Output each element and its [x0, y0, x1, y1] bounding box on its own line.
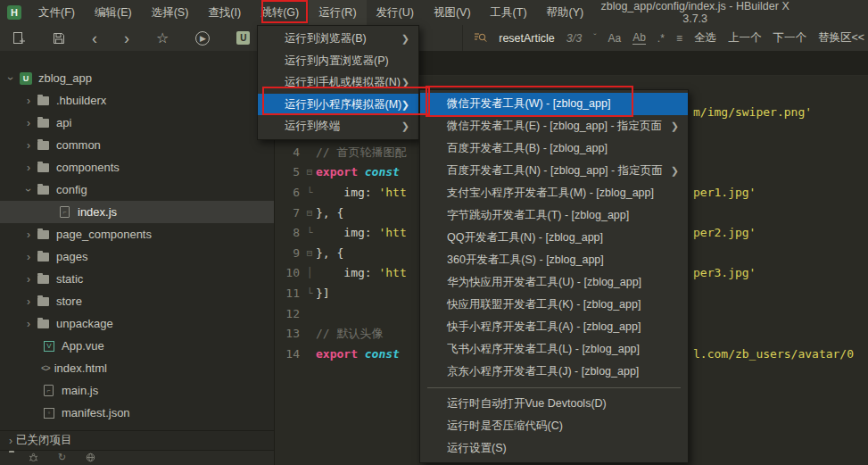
menu-publish[interactable]: 发行(U) — [367, 0, 424, 25]
window-title: zblog_app/config/index.js - HBuilder X 3… — [593, 0, 868, 25]
menubar: H 文件(F) 编辑(E) 选择(S) 查找(I) 跳转(G) 运行(R) 发行… — [0, 0, 868, 25]
submenu-item-qq-devtools[interactable]: QQ开发者工具(N) - [zblog_app] — [420, 227, 688, 249]
chevron-down-icon[interactable]: › — [22, 185, 35, 195]
chevron-right-icon[interactable]: › — [23, 162, 34, 174]
submenu-item-kuaishou-devtools[interactable]: 快手小程序开发者工具(A) - [zblog_app] — [420, 316, 688, 338]
tree-file-indexhtml[interactable]: <> index.html — [0, 357, 274, 379]
tree-folder-common[interactable]: › common — [0, 134, 274, 156]
chevron-down-icon[interactable]: ˇ — [593, 33, 596, 43]
multiline-toggle-icon[interactable]: ≡ — [676, 32, 682, 45]
previous-button[interactable]: 上一个 — [728, 30, 762, 46]
submenu-item-360-devtools[interactable]: 360开发者工具(S) - [zblog_app] — [420, 249, 688, 271]
tree-folder-hbuilderx[interactable]: › .hbuilderx — [0, 89, 274, 112]
menu-item-run-browser[interactable]: 运行到浏览器(B) ❯ — [258, 28, 418, 50]
menu-select[interactable]: 选择(S) — [142, 0, 199, 25]
tree-folder-page-components[interactable]: › page_components — [0, 223, 274, 245]
next-button[interactable]: 下一个 — [773, 30, 806, 46]
fold-guide-icon: └ — [303, 284, 316, 303]
submenu-item-quickapp-alliance-devtools[interactable]: 快应用联盟开发者工具(K) - [zblog_app] — [420, 294, 688, 316]
folder-open-icon — [37, 186, 49, 195]
chevron-right-icon[interactable]: › — [23, 318, 34, 330]
code-fragment: per2.jpg' — [693, 223, 756, 243]
run-icon[interactable]: ▶ — [195, 31, 210, 46]
tree-folder-store[interactable]: › store — [0, 290, 274, 312]
select-all-button[interactable]: 全选 — [694, 30, 716, 46]
bug-icon[interactable] — [29, 453, 38, 464]
submenu-item-wechat-devtools-page[interactable]: 微信开发者工具(E) - [zblog_app] - 指定页面 ❯ — [420, 115, 688, 137]
tree-folder-config[interactable]: › config — [0, 179, 274, 201]
new-file-icon[interactable] — [12, 31, 26, 45]
menu-view[interactable]: 视图(V) — [424, 0, 481, 25]
whole-word-toggle[interactable]: Ab — [632, 31, 646, 45]
regex-toggle[interactable]: .* — [657, 32, 665, 45]
match-case-toggle[interactable]: Aa — [608, 32, 621, 45]
folder-icon — [37, 163, 49, 172]
chevron-right-icon: › — [5, 435, 16, 447]
menu-item-run-phone-emulator[interactable]: 运行到手机或模拟器(N) ❯ — [258, 71, 418, 94]
tree-folder-components[interactable]: › components — [0, 156, 274, 179]
submenu-item-baidu-devtools[interactable]: 百度开发者工具(B) - [zblog_app] — [420, 137, 688, 160]
tree-folder-unpackage[interactable]: › unpackage — [0, 312, 274, 335]
replace-zone-button[interactable]: 替换区<< — [818, 30, 864, 46]
folder-icon — [37, 119, 49, 128]
chevron-right-icon[interactable]: › — [23, 95, 34, 107]
menu-help[interactable]: 帮助(Y) — [537, 0, 594, 25]
menu-file[interactable]: 文件(F) — [29, 0, 85, 25]
match-counter: 3/3 — [566, 32, 582, 45]
hbuilder-badge-icon[interactable]: U — [236, 31, 250, 45]
refresh-icon[interactable]: ↻ — [58, 453, 66, 462]
menu-item-run-terminal[interactable]: 运行到终端 ❯ — [258, 115, 418, 137]
code-fragment: l.com/zb_users/avatar/0 — [693, 345, 854, 364]
favorite-star-icon[interactable]: ☆ — [156, 31, 169, 46]
chevron-right-icon[interactable]: › — [23, 273, 34, 286]
submenu-item-auto-open-vue-devtools[interactable]: 运行时自动打开Vue Devtools(D) — [420, 393, 688, 415]
menu-find[interactable]: 查找(I) — [198, 0, 251, 25]
submenu-item-huawei-quickapp-devtools[interactable]: 华为快应用开发者工具(U) - [zblog_app] — [420, 271, 688, 294]
submenu-item-feishu-devtools[interactable]: 飞书小程序开发者工具(L) - [zblog_app] — [420, 338, 688, 361]
tree-file-appvue[interactable]: V App.vue — [0, 335, 274, 357]
fold-open-icon[interactable]: ⊟ — [303, 203, 316, 223]
submenu-item-alipay-devtools[interactable]: 支付宝小程序开发者工具(M) - [zblog_app] — [420, 182, 688, 204]
menu-edit[interactable]: 编辑(E) — [85, 0, 142, 25]
code-fragment: per3.jpg' — [693, 263, 756, 283]
chevron-right-icon[interactable]: › — [23, 139, 34, 152]
fold-open-icon[interactable]: ⊟ — [303, 162, 316, 182]
tree-folder-static[interactable]: › static — [0, 268, 274, 290]
menu-item-run-builtin-browser[interactable]: 运行到内置浏览器(P) — [258, 50, 418, 72]
submenu-item-jd-devtools[interactable]: 京东小程序开发者工具(J) - [zblog_app] — [420, 361, 688, 383]
save-icon[interactable] — [53, 32, 65, 45]
tree-folder-api[interactable]: › api — [0, 112, 274, 134]
tree-file-indexjs-selected[interactable]: ⌐ index.js — [0, 201, 274, 223]
tree-folder-pages[interactable]: › pages — [0, 245, 274, 268]
tree-file-mainjs[interactable]: ⌐ main.js — [0, 379, 274, 402]
js-file-icon: ⌐ — [44, 385, 54, 396]
find-bar: resetArticle 3/3 ˇ Aa Ab .* ≡ 全选 上一个 下一个… — [462, 25, 868, 51]
forward-icon[interactable]: › — [124, 30, 129, 46]
chevron-right-icon[interactable]: › — [23, 295, 34, 308]
vue-file-icon: V — [44, 341, 54, 352]
submenu-item-compress-code[interactable]: 运行时是否压缩代码(C) — [420, 415, 688, 437]
globe-icon[interactable] — [86, 453, 95, 464]
submenu-item-run-settings[interactable]: 运行设置(S) — [420, 437, 688, 460]
fold-open-icon[interactable]: ⊟ — [303, 244, 316, 263]
submenu-arrow-icon: ❯ — [671, 160, 679, 182]
menu-goto[interactable]: 跳转(G) — [251, 0, 309, 25]
search-query[interactable]: resetArticle — [499, 32, 555, 45]
tree-project-root[interactable]: › U zblog_app — [0, 67, 274, 89]
submenu-item-baidu-devtools-page[interactable]: 百度开发者工具(N) - [zblog_app] - 指定页面 ❯ — [420, 160, 688, 182]
menu-run[interactable]: 运行(R) — [309, 0, 366, 25]
menu-tools[interactable]: 工具(T) — [481, 0, 537, 25]
chevron-right-icon[interactable]: › — [23, 251, 34, 263]
run-menu: 运行到浏览器(B) ❯ 运行到内置浏览器(P) 运行到手机或模拟器(N) ❯ 运… — [257, 25, 419, 140]
menu-separator — [427, 387, 681, 388]
chevron-down-icon[interactable]: › — [4, 73, 17, 84]
search-icon[interactable] — [474, 31, 487, 45]
submenu-item-bytedance-devtools[interactable]: 字节跳动开发者工具(T) - [zblog_app] — [420, 204, 688, 227]
chevron-right-icon[interactable]: › — [23, 228, 34, 241]
closed-projects-row[interactable]: › 已关闭项目 — [0, 430, 274, 450]
menu-item-run-miniprogram-simulator[interactable]: 运行到小程序模拟器(M) ❯ — [258, 94, 418, 116]
tree-file-manifestjson[interactable]: ◦ manifest.json — [0, 402, 274, 424]
submenu-item-wechat-devtools[interactable]: 微信开发者工具(W) - [zblog_app] — [420, 93, 688, 115]
chevron-right-icon[interactable]: › — [23, 117, 34, 129]
back-icon[interactable]: ‹ — [92, 30, 97, 46]
